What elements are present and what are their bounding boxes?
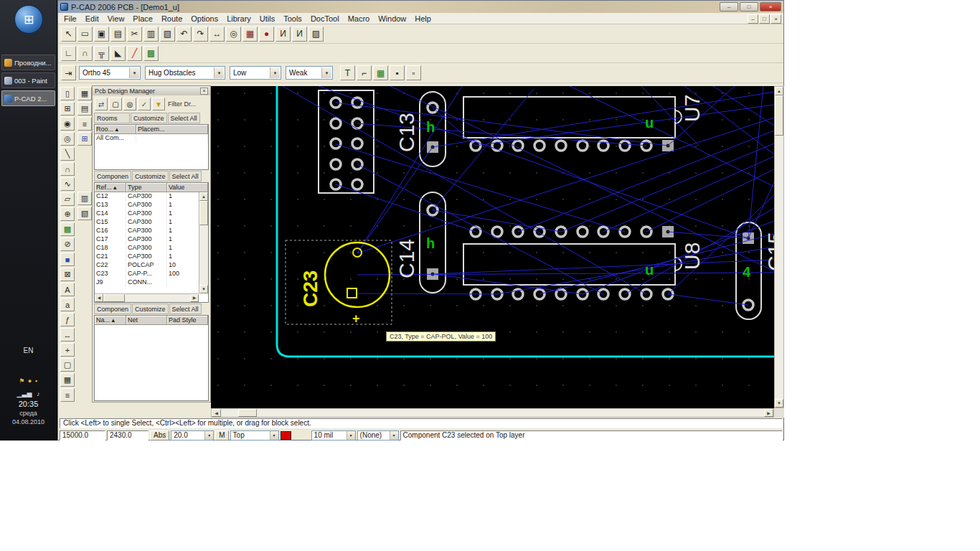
- scroll-up-icon[interactable]: ▲: [775, 87, 783, 95]
- dm-filter-icon[interactable]: ▼: [152, 98, 165, 110]
- scroll-right-icon[interactable]: ▶: [190, 294, 199, 302]
- menu-item[interactable]: Utils: [255, 14, 279, 23]
- route-mode-icon[interactable]: ⇥: [61, 65, 76, 80]
- scroll-left-icon[interactable]: ◀: [212, 409, 221, 417]
- cutout-icon[interactable]: ⊘: [60, 237, 75, 251]
- taskbar-item-explorer[interactable]: Проводни...: [1, 55, 55, 70]
- undo-icon[interactable]: ↶: [176, 27, 192, 42]
- pcb-drawing[interactable]: + C23 C13 C14 U7 U8 C15 h h u u 4: [211, 86, 774, 408]
- route-ortho-icon[interactable]: ∟: [61, 46, 76, 61]
- board-icon[interactable]: ▩: [143, 46, 159, 61]
- panel-titlebar[interactable]: Pcb Design Manager ×: [93, 86, 210, 95]
- nets-select-all-button[interactable]: Select All: [169, 303, 202, 314]
- component-row[interactable]: C23 CAP-P... 100: [95, 270, 208, 278]
- place-plane-icon[interactable]: ■: [60, 253, 75, 266]
- components-vscrollbar[interactable]: ▲ ▼: [199, 192, 208, 293]
- y-coordinate-field[interactable]: 2430.0: [107, 430, 149, 441]
- menu-item[interactable]: Edit: [81, 14, 103, 23]
- route-diagonal-icon[interactable]: ╱: [127, 46, 142, 61]
- components-hscrollbar[interactable]: ◀ ▶: [95, 293, 199, 302]
- place-via-icon[interactable]: ◉: [60, 117, 75, 131]
- ortho-mode-select[interactable]: Ortho 45 ▾: [79, 66, 141, 80]
- components-customize-button[interactable]: Customize: [132, 171, 169, 182]
- dm-selectbox-icon[interactable]: ▢: [109, 98, 122, 110]
- language-indicator[interactable]: EN: [0, 347, 57, 354]
- scroll-thumb[interactable]: [238, 409, 257, 417]
- manual-route-icon[interactable]: ▫: [406, 65, 421, 80]
- rooms-select-all-button[interactable]: Select All: [168, 113, 200, 123]
- canvas-vscrollbar[interactable]: ▲ ▼: [774, 86, 784, 408]
- taskbar-item-pcad[interactable]: P-CAD 2...: [1, 90, 55, 106]
- start-button[interactable]: ⊞: [14, 5, 43, 34]
- components-select-all-button[interactable]: Select All: [169, 171, 202, 182]
- paste-icon[interactable]: ▧: [160, 27, 175, 42]
- rooms-customize-button[interactable]: Customize: [131, 113, 167, 123]
- menu-item[interactable]: Route: [157, 14, 187, 23]
- dm-list-icon[interactable]: ≡: [77, 117, 92, 131]
- network-icon[interactable]: ▁▃▅: [17, 390, 32, 397]
- menu-item[interactable]: Tools: [279, 14, 306, 23]
- taskbar-item-paint[interactable]: 003 - Paint: [1, 72, 55, 88]
- dm-table-icon[interactable]: ▦: [77, 87, 92, 100]
- menu-item[interactable]: Window: [374, 14, 410, 23]
- component-row[interactable]: C16 CAP300 1: [95, 227, 208, 235]
- filter-label[interactable]: Filter Dr...: [168, 100, 196, 108]
- menu-item[interactable]: Options: [187, 14, 222, 23]
- library-icon[interactable]: ▨: [308, 27, 324, 42]
- place-text-icon[interactable]: A: [60, 283, 75, 296]
- menu-item[interactable]: File: [60, 14, 81, 23]
- redo-icon[interactable]: ↷: [193, 27, 208, 42]
- dm-sheet-icon[interactable]: ▤: [77, 102, 92, 116]
- nets-customize-button[interactable]: Customize: [132, 303, 169, 314]
- place-attribute-icon[interactable]: a: [60, 298, 75, 311]
- zoom-tool-icon[interactable]: ◎: [60, 132, 75, 146]
- zoom-window-icon[interactable]: ◎: [226, 27, 241, 42]
- scroll-thumb[interactable]: [775, 95, 783, 136]
- system-tray-icons[interactable]: ⚑ ● ▪: [0, 377, 57, 385]
- drc-icon[interactable]: ▦: [242, 27, 258, 42]
- strength-select[interactable]: Weak ▾: [286, 66, 333, 80]
- menu-item[interactable]: Library: [222, 14, 255, 23]
- maximize-button[interactable]: □: [740, 2, 758, 11]
- dm-zoomto-icon[interactable]: ◎: [123, 98, 136, 110]
- dm-check-icon[interactable]: ✓: [138, 98, 151, 110]
- menu-item[interactable]: Place: [128, 14, 157, 23]
- scroll-down-icon[interactable]: ▼: [199, 285, 208, 293]
- macro-icon[interactable]: ≡: [60, 388, 75, 402]
- component-row[interactable]: J9 CONN...: [95, 278, 208, 287]
- menu-item[interactable]: Help: [410, 14, 435, 23]
- hook-icon[interactable]: ⌐: [357, 65, 372, 80]
- target-icon[interactable]: +: [60, 343, 75, 357]
- route-arc-icon[interactable]: ∩: [77, 46, 93, 61]
- canvas-hscrollbar[interactable]: ◀ ▶: [211, 408, 774, 418]
- abs-rel-button[interactable]: Abs: [150, 430, 169, 441]
- panel-close-icon[interactable]: ×: [200, 88, 208, 95]
- dimension-icon[interactable]: ↔: [60, 328, 75, 342]
- dm-grid-icon[interactable]: ⊞: [77, 132, 92, 146]
- grid-toggle-icon[interactable]: ▦: [373, 65, 388, 80]
- place-line-icon[interactable]: ╲: [60, 147, 75, 161]
- scroll-left-icon[interactable]: ◀: [95, 294, 103, 302]
- scroll-right-icon[interactable]: ▶: [764, 409, 773, 417]
- bus-route-icon[interactable]: ▪: [390, 65, 405, 80]
- route-t-icon[interactable]: ╦: [94, 46, 109, 61]
- print-icon[interactable]: ▤: [110, 27, 126, 42]
- scroll-thumb[interactable]: [103, 294, 125, 302]
- close-button[interactable]: ×: [760, 2, 781, 11]
- mdi-close-button[interactable]: ×: [771, 14, 781, 24]
- route-miter-icon[interactable]: ◣: [110, 46, 126, 61]
- scroll-thumb[interactable]: [199, 201, 208, 225]
- place-pattern-icon[interactable]: ⊞: [60, 102, 75, 116]
- copy-icon[interactable]: ▥: [143, 27, 159, 42]
- component-row[interactable]: C18 CAP300 1: [95, 244, 208, 253]
- record-macro-icon[interactable]: ●: [259, 27, 274, 42]
- component-row[interactable]: C14 CAP300 1: [95, 209, 208, 218]
- component-row[interactable]: C21 CAP300 1: [95, 253, 208, 261]
- volume-icon[interactable]: ♪: [37, 390, 40, 397]
- component-row[interactable]: C17 CAP300 1: [95, 235, 208, 244]
- scroll-down-icon[interactable]: ▼: [775, 399, 783, 408]
- system-tray-row2[interactable]: ▁▃▅ ♪: [0, 390, 57, 397]
- place-arc-icon[interactable]: ∩: [60, 162, 75, 176]
- dm-jump-icon[interactable]: ⇄: [95, 98, 108, 110]
- place-part-icon[interactable]: ▯: [60, 87, 75, 100]
